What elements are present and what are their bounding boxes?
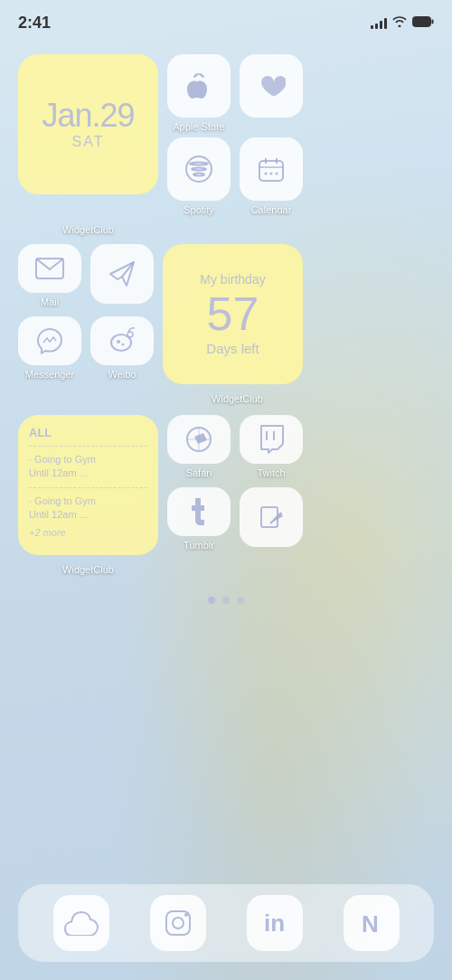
spotify-icon-box[interactable] [167,137,231,201]
row3-right-icons: Safari Twitch [167,415,303,551]
page-dot-2 [222,597,230,604]
mail-label: Mail [41,297,59,307]
status-time: 2:41 [18,14,51,33]
svg-point-3 [190,163,208,165]
date-widget-label: WidgetClub [18,221,158,237]
dock-instagram[interactable] [150,895,206,951]
birthday-widget: My birthday 57 Days left [163,244,303,384]
messenger-label: Messenger [25,369,74,380]
reminder-label: WidgetClub [18,561,158,577]
signal-bars-icon [371,16,387,29]
page-dot-1 [208,597,215,604]
svg-point-11 [270,173,273,175]
svg-point-29 [173,918,184,928]
safari-icon-box[interactable] [167,415,231,464]
apple-store-label: Apple Store [173,121,224,132]
spotify-label: Spotify [184,204,214,215]
reminder-divider [29,446,147,447]
row3: ALL · Going to GymUntil 12am ... · Going… [18,415,434,555]
notes-icon-box[interactable] [240,487,303,547]
reminder-item2: · Going to GymUntil 12am ... [29,495,147,523]
app-apple-store[interactable]: Apple Store [167,54,231,132]
linkedin-icon-box[interactable]: in [247,895,303,951]
app-health[interactable] [240,54,303,132]
apple-store-icon-box[interactable] [167,54,231,118]
top-icons-row: Apple Store [167,54,303,132]
svg-text:N: N [362,910,379,938]
reminder-divider2 [29,487,147,488]
telegram-icon-box[interactable] [90,244,154,304]
date-text: Jan.29 [42,99,134,132]
reminder-all: ALL [29,426,147,439]
mail-icon-box[interactable] [18,244,81,293]
instagram-icon-box[interactable] [150,895,206,951]
app-telegram[interactable] [90,244,154,307]
svg-text:in: in [264,909,285,937]
battery-icon [412,14,434,31]
row1-labels: WidgetClub [18,221,434,237]
svg-point-17 [127,332,133,337]
svg-rect-0 [413,17,431,27]
birthday-widget-wrap: My birthday 57 Days left [163,244,303,384]
row2-left-icons: Mail [18,244,154,380]
weibo-icon-box[interactable] [90,316,154,365]
svg-marker-23 [194,433,207,444]
svg-rect-26 [261,507,278,527]
app-spotify[interactable]: Spotify [167,137,231,215]
row3-labels: WidgetClub [18,561,434,577]
icloud-icon-box[interactable] [53,895,109,951]
birthday-title: My birthday [200,272,265,287]
row2-labels: WidgetClub [18,390,434,406]
svg-rect-1 [432,20,434,24]
date-widget: Jan.29 SAT [18,54,158,194]
dock-icloud[interactable] [53,895,109,951]
tumblr-icon-box[interactable] [167,487,231,536]
right-col-top: Apple Store [167,54,303,215]
app-weibo[interactable]: Weibo [90,316,154,380]
dock-linkedin[interactable]: in [247,895,303,951]
netflix-icon-box[interactable]: N [344,895,400,951]
weibo-label: Weibo [108,369,137,380]
status-icons [371,14,434,31]
reminder-widget-wrap: ALL · Going to GymUntil 12am ... · Going… [18,415,158,555]
reminder-more: +2 more [29,527,147,538]
page-dot-3 [237,597,244,604]
app-calendar[interactable]: Calendar [240,137,303,215]
app-tumblr[interactable]: Tumblr [167,487,231,551]
calendar-icon-box[interactable] [240,137,303,201]
safari-label: Safari [186,467,212,478]
app-messenger[interactable]: Messenger [18,316,81,380]
twitch-label: Twitch [257,467,285,478]
app-twitch[interactable]: Twitch [240,415,303,478]
svg-point-12 [276,173,278,175]
day-text: SAT [72,134,105,150]
dock-netflix[interactable]: N [344,895,400,951]
status-bar: 2:41 [0,0,452,40]
svg-rect-6 [259,161,283,181]
row2-left-spacer [18,390,158,406]
spotify-calendar-row: Spotify [167,137,303,215]
svg-point-4 [192,168,206,171]
reminder-widget: ALL · Going to GymUntil 12am ... · Going… [18,415,158,555]
page-dots [0,597,452,604]
app-mail[interactable]: Mail [18,244,81,307]
birthday-widget-label: WidgetClub [167,390,307,406]
svg-point-30 [184,913,188,917]
svg-point-5 [193,174,204,176]
row1: Jan.29 SAT Apple [18,54,434,215]
app-safari[interactable]: Safari [167,415,231,478]
health-icon-box[interactable] [240,54,303,118]
twitch-icon-box[interactable] [240,415,303,464]
svg-point-18 [117,340,120,344]
birthday-sub: Days left [206,341,259,356]
wifi-icon [392,15,407,30]
row2: Mail [18,244,434,384]
svg-point-19 [122,344,125,346]
reminder-item1: · Going to GymUntil 12am ... [29,453,147,481]
messenger-icon-box[interactable] [18,316,81,365]
birthday-number: 57 [207,290,259,337]
calendar-label: Calendar [251,204,292,215]
svg-point-10 [265,173,268,175]
app-notes[interactable] [240,487,303,551]
dock: in N [18,884,434,962]
